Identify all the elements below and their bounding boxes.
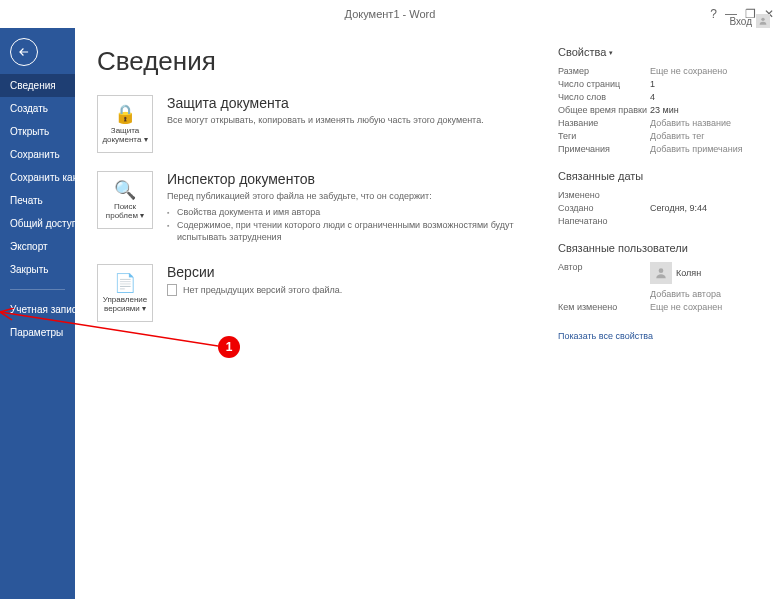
section-inspect: 🔍 Поиск проблем ▾ Инспектор документов П…	[97, 171, 534, 246]
nav-export[interactable]: Экспорт	[0, 235, 75, 258]
user-icon	[756, 14, 770, 28]
prop-words-label: Число слов	[558, 92, 650, 102]
versions-text: Нет предыдущих версий этого файла.	[183, 285, 342, 295]
prop-last-modified-by-label: Кем изменено	[558, 302, 650, 312]
section-versions: 📄 Управление версиями ▾ Версии Нет преды…	[97, 264, 534, 322]
inspect-item-1: Свойства документа и имя автора	[167, 207, 534, 219]
inspect-item-2: Содержимое, при чтении которого люди с о…	[167, 220, 534, 243]
prop-author-value: Колян	[676, 268, 701, 278]
prop-printed-label: Напечатано	[558, 216, 650, 226]
nav-open[interactable]: Открыть	[0, 120, 75, 143]
prop-modified-label: Изменено	[558, 190, 650, 200]
prop-title-value[interactable]: Добавить название	[650, 118, 731, 128]
versions-title: Версии	[167, 264, 534, 280]
related-dates-heading: Связанные даты	[558, 170, 758, 182]
nav-save-as[interactable]: Сохранить как	[0, 166, 75, 189]
inspect-lead: Перед публикацией этого файла не забудьт…	[167, 191, 432, 201]
manage-versions-button[interactable]: 📄 Управление версиями ▾	[97, 264, 153, 322]
add-author-link[interactable]: Добавить автора	[650, 289, 721, 299]
prop-last-modified-by-value: Еще не сохранен	[650, 302, 722, 312]
properties-heading[interactable]: Свойства ▾	[558, 46, 758, 58]
nav-close[interactable]: Закрыть	[0, 258, 75, 281]
check-issues-button[interactable]: 🔍 Поиск проблем ▾	[97, 171, 153, 229]
nav-new[interactable]: Создать	[0, 97, 75, 120]
sidebar: Сведения Создать Открыть Сохранить Сохра…	[0, 28, 75, 599]
chevron-down-icon: ▾	[140, 211, 144, 220]
inspect-icon: 🔍	[114, 179, 136, 201]
show-all-properties-link[interactable]: Показать все свойства	[558, 331, 653, 341]
help-icon[interactable]: ?	[710, 7, 717, 21]
avatar-icon	[650, 262, 672, 284]
chevron-down-icon: ▾	[609, 49, 613, 56]
prop-created-label: Создано	[558, 203, 650, 213]
protect-tile-label: Защита документа	[102, 126, 141, 144]
prop-comments-value[interactable]: Добавить примечания	[650, 144, 743, 154]
svg-point-1	[659, 268, 664, 273]
svg-point-0	[761, 18, 764, 21]
section-protect: 🔒 Защита документа ▾ Защита документа Вс…	[97, 95, 534, 153]
prop-edit-time-value: 23 мин	[650, 105, 679, 115]
prop-size-value: Еще не сохранено	[650, 66, 727, 76]
nav-account[interactable]: Учетная запись	[0, 298, 75, 321]
prop-pages-label: Число страниц	[558, 79, 650, 89]
titlebar: Документ1 - Word ? — ❐ ✕ Вход	[0, 0, 780, 28]
protect-title: Защита документа	[167, 95, 534, 111]
nav-options[interactable]: Параметры	[0, 321, 75, 344]
lock-icon: 🔒	[114, 103, 136, 125]
inspect-title: Инспектор документов	[167, 171, 534, 187]
chevron-down-icon: ▾	[142, 304, 146, 313]
nav-print[interactable]: Печать	[0, 189, 75, 212]
versions-icon: 📄	[114, 272, 136, 294]
properties-panel: Свойства ▾ РазмерЕще не сохранено Число …	[558, 46, 758, 581]
page-title: Сведения	[97, 46, 534, 77]
prop-tags-value[interactable]: Добавить тег	[650, 131, 705, 141]
prop-pages-value: 1	[650, 79, 655, 89]
nav-share[interactable]: Общий доступ	[0, 212, 75, 235]
user-sign-in[interactable]: Вход	[729, 14, 774, 28]
versions-tile-label: Управление версиями	[103, 295, 147, 313]
login-label: Вход	[729, 16, 752, 27]
nav-info[interactable]: Сведения	[0, 74, 75, 97]
protect-text: Все могут открывать, копировать и изменя…	[167, 115, 534, 127]
related-users-heading: Связанные пользователи	[558, 242, 758, 254]
prop-size-label: Размер	[558, 66, 650, 76]
prop-tags-label: Теги	[558, 131, 650, 141]
prop-words-value: 4	[650, 92, 655, 102]
prop-comments-label: Примечания	[558, 144, 650, 154]
nav-save[interactable]: Сохранить	[0, 143, 75, 166]
prop-edit-time-label: Общее время правки	[558, 105, 650, 115]
protect-document-button[interactable]: 🔒 Защита документа ▾	[97, 95, 153, 153]
document-icon	[167, 284, 177, 296]
inspect-tile-label: Поиск проблем	[106, 202, 138, 220]
prop-author-label: Автор	[558, 262, 650, 286]
chevron-down-icon: ▾	[144, 135, 148, 144]
window-title: Документ1 - Word	[345, 8, 436, 20]
prop-created-value: Сегодня, 9:44	[650, 203, 707, 213]
prop-title-label: Название	[558, 118, 650, 128]
back-button[interactable]	[10, 38, 38, 66]
